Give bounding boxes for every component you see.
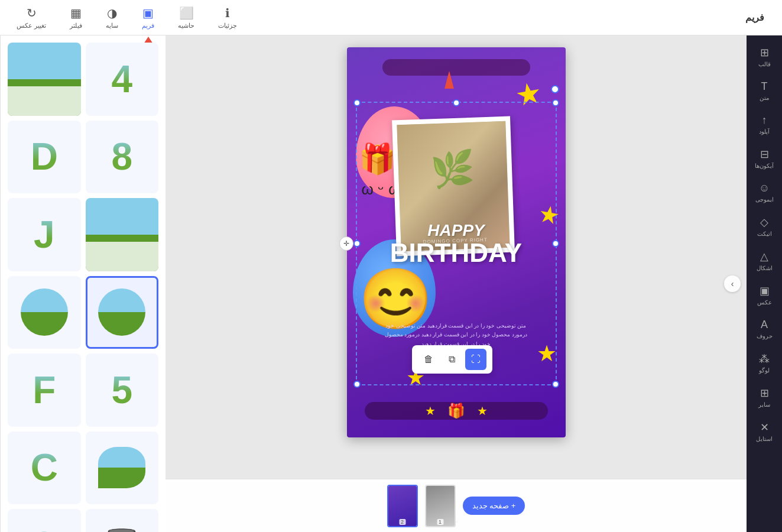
sidebar-item-image[interactable]: ▣ عکس	[749, 280, 780, 310]
frame-number-5: 5	[111, 371, 132, 409]
right-sidebar: ⊞ قالب T متن ↑ آپلود ⊟ آیکون‌ها ☺ ایموجی…	[747, 35, 782, 532]
sidebar-item-shapes[interactable]: △ اشکال	[749, 245, 780, 276]
frame-label: فریم	[142, 22, 154, 30]
context-toolbar: ⛶ ⧉ 🗑	[412, 345, 492, 374]
logo-sidebar-label: لوگو	[759, 367, 770, 374]
canvas-arrow-right[interactable]: ›	[724, 275, 741, 292]
frame-item-frame-landscape-1[interactable]	[8, 43, 81, 116]
sidebar-item-letters[interactable]: A حروف	[749, 314, 780, 344]
toolbar-tool-change-image[interactable]: ↻ تغییر عکس	[12, 4, 51, 32]
frame-speech	[98, 447, 145, 488]
frame-number-8: 8	[111, 138, 132, 176]
frame-item-frame-landscape-2[interactable]	[86, 198, 159, 271]
star-decoration-1: ★	[512, 75, 544, 113]
frame-item-frame-D[interactable]: D	[8, 121, 81, 194]
frame-indicator	[444, 71, 454, 89]
other-sidebar-label: سایر	[758, 401, 770, 408]
shadow-label: سایه	[106, 22, 118, 30]
filter-label: فیلتر	[70, 22, 82, 30]
frame-item-frame-C[interactable]: C	[8, 432, 81, 505]
page-thumbnails: + صفحه جدید 1 2	[166, 479, 747, 532]
frame-item-frame-J[interactable]: J	[8, 198, 81, 271]
stabil-sidebar-icon: ✕	[760, 421, 769, 434]
page-thumb-1[interactable]: 1	[425, 485, 456, 527]
templates-sidebar-label: قالب	[758, 61, 771, 67]
sidebar-item-stabil[interactable]: ✕ استایل	[749, 416, 780, 447]
stabil-sidebar-label: استایل	[756, 436, 773, 442]
upload-sidebar-icon: ↑	[762, 114, 767, 126]
icons-sidebar-icon: ⊟	[760, 148, 769, 161]
happy-text: HAPPY	[347, 221, 566, 240]
frame-landscape-white	[86, 242, 159, 271]
frames-grid: 48DJ5FC🎩2	[1, 35, 166, 532]
sidebar-item-icons[interactable]: ⊟ آیکون‌ها	[749, 143, 780, 174]
frame-item-frame-hat[interactable]: 🎩	[86, 509, 159, 532]
frame-letter-D: D	[31, 138, 58, 176]
frame-item-frame-8[interactable]: 8	[86, 121, 159, 194]
gift-icon: 🎁	[359, 142, 395, 176]
main-layout: ⊞ قالب T متن ↑ آپلود ⊟ آیکون‌ها ☺ ایموجی…	[0, 35, 782, 532]
emoji-sidebar-icon: ☺	[759, 182, 770, 194]
plant-decoration: 🌿	[430, 148, 475, 192]
ctx-copy-button[interactable]: ⧉	[442, 349, 463, 370]
canvas-wrapper: ★ ★ ★ ★ 🎁 ω ᵕ ω 🌿 DOMINGO COPY RIGHT	[347, 47, 566, 437]
frame-item-frame-2[interactable]: 2	[8, 509, 81, 532]
emoji-sidebar-label: ایموجی	[755, 196, 774, 203]
sidebar-item-other[interactable]: ⊞ سایر	[749, 382, 780, 413]
border-label: حاشیه	[178, 22, 194, 30]
letters-sidebar-icon: A	[761, 319, 768, 331]
ctx-fullscreen-button[interactable]: ⛶	[465, 349, 486, 370]
toolbar-tool-details[interactable]: ℹ جزئیات	[213, 4, 242, 32]
image-sidebar-label: عکس	[757, 299, 772, 306]
logo-sidebar-icon: ⁂	[759, 352, 770, 365]
frame-item-frame-5[interactable]: 5	[86, 353, 159, 427]
frame-item-frame-speech[interactable]	[86, 432, 159, 505]
birthday-text-block: HAPPY BIRTHDAY	[347, 221, 566, 266]
sidebar-item-text[interactable]: T متن	[749, 76, 780, 106]
frame-item-frame-circle[interactable]	[86, 276, 159, 349]
icons-sidebar-label: آیکون‌ها	[755, 163, 774, 169]
frame-circle	[98, 288, 145, 336]
sidebar-item-upload[interactable]: ↑ آپلود	[749, 109, 780, 140]
birthday-text: BIRTHDAY	[347, 240, 566, 266]
ctx-delete-button[interactable]: 🗑	[418, 349, 439, 370]
sidebar-item-sticker[interactable]: ◇ اتیکت	[749, 211, 780, 242]
sidebar-item-templates[interactable]: ⊞ قالب	[749, 41, 780, 72]
page-thumb-2[interactable]: 2	[387, 485, 418, 527]
frame-item-frame-F[interactable]: F	[8, 353, 81, 427]
add-page-button[interactable]: + صفحه جدید	[463, 497, 525, 515]
bottom-star-1: ★	[477, 404, 488, 418]
other-sidebar-icon: ⊞	[760, 387, 769, 400]
text-sidebar-icon: T	[761, 80, 768, 93]
details-icon: ℹ	[225, 6, 230, 20]
toolbar-tool-border[interactable]: ⬜ حاشیه	[173, 4, 199, 32]
toolbar-tool-filter[interactable]: ▦ فیلتر	[65, 4, 87, 32]
upload-sidebar-label: آپلود	[759, 128, 770, 135]
toolbar-tool-frame[interactable]: ▣ فریم	[137, 4, 159, 32]
shadow-icon: ◑	[107, 6, 117, 20]
frame-letter-F: F	[33, 371, 56, 409]
body-text-1: متن توضیحی خود را در این قسمت قرارد‌هید …	[359, 322, 554, 330]
bottom-star-2: ★	[425, 404, 436, 418]
canvas-area: ★ ★ ★ ★ 🎁 ω ᵕ ω 🌿 DOMINGO COPY RIGHT	[166, 35, 747, 532]
templates-sidebar-icon: ⊞	[760, 46, 769, 59]
letters-sidebar-label: حروف	[757, 333, 773, 339]
canvas-card[interactable]: ★ ★ ★ ★ 🎁 ω ᵕ ω 🌿 DOMINGO COPY RIGHT	[347, 47, 566, 437]
filter-icon: ▦	[70, 6, 82, 20]
toolbar-tool-shadow[interactable]: ◑ سایه	[101, 4, 123, 32]
frame-icon: ▣	[142, 6, 154, 20]
sidebar-item-logo[interactable]: ⁂ لوگو	[749, 348, 780, 378]
change-image-icon: ↻	[27, 6, 37, 20]
frame-item-frame-circle-2[interactable]	[8, 276, 81, 349]
top-toolbar: فریم ↻ تغییر عکس ▦ فیلتر ◑ سایه ▣ فریم ⬜…	[0, 0, 782, 35]
sticker-sidebar-icon: ◇	[760, 216, 768, 229]
text-sidebar-label: متن	[760, 95, 769, 101]
frame-item-frame-4[interactable]: 4	[86, 43, 159, 116]
frame-letter-J: J	[34, 216, 55, 254]
card-top-banner	[382, 59, 530, 76]
body-text-2: درمورد محصول خود را در این قسمت قرار دهی…	[359, 330, 554, 339]
frame-hat: 🎩	[98, 523, 145, 532]
card-bottom-banner: ★ 🎁 ★	[365, 402, 548, 420]
sidebar-item-emoji[interactable]: ☺ ایموجی	[749, 177, 780, 207]
toolbar-tools: ↻ تغییر عکس ▦ فیلتر ◑ سایه ▣ فریم ⬜ حاشی…	[12, 4, 242, 32]
